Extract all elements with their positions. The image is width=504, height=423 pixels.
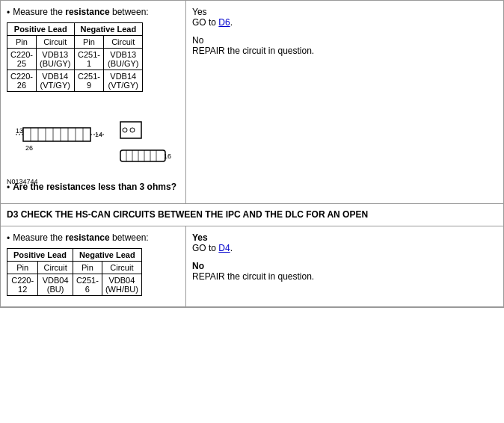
col-circuit-2: Circuit xyxy=(104,36,143,49)
bullet-2: • xyxy=(7,233,10,244)
col-pin-1: Pin xyxy=(7,36,37,49)
section-2-right: Yes GO to D4. No REPAIR the circuit in q… xyxy=(186,226,503,306)
diagram-label-1: N0134744 xyxy=(7,178,179,185)
negative-lead-header-1: Negative Lead xyxy=(74,23,143,36)
section-d3-header: D3 CHECK THE HS-CAN CIRCUITS BETWEEN THE… xyxy=(1,204,503,226)
row2-1-pos-pin: C220-12 xyxy=(7,274,38,295)
svg-rect-14 xyxy=(120,122,141,138)
bullet-1: • xyxy=(7,7,10,18)
col2-circuit-2: Circuit xyxy=(102,261,141,274)
row1-pos-pin: C220-25 xyxy=(7,49,37,70)
yes-response-1: Yes GO to D6. xyxy=(192,7,497,28)
svg-point-16 xyxy=(130,128,135,132)
no-response-2: No REPAIR the circuit in question. xyxy=(192,261,497,282)
yes-link-1[interactable]: D6 xyxy=(218,17,230,28)
row2-neg-pin: C251-9 xyxy=(74,70,104,92)
connector-diagram-1: 13 26 14 xyxy=(7,99,179,174)
svg-rect-17 xyxy=(120,150,165,161)
measure-instruction-2: • Measure the resistance between: xyxy=(7,232,179,244)
row2-1-neg-circuit: VDB04(WH/BU) xyxy=(102,274,141,295)
section-1-left: • Measure the resistance between: Positi… xyxy=(1,1,186,203)
col2-circuit-1: Circuit xyxy=(38,261,73,274)
col-circuit-1: Circuit xyxy=(36,36,74,49)
yes-label-1: Yes xyxy=(192,7,497,17)
no-action-1: REPAIR the circuit in question. xyxy=(192,46,497,56)
section-1: • Measure the resistance between: Positi… xyxy=(1,1,503,204)
row2-1-pos-circuit: VDB04(BU) xyxy=(38,274,73,295)
yes-link-2[interactable]: D4 xyxy=(218,243,230,253)
row2-1-neg-pin: C251-6 xyxy=(73,274,102,295)
yes-action-2: GO to D4. xyxy=(192,243,497,253)
svg-text:14: 14 xyxy=(95,131,102,138)
svg-point-15 xyxy=(123,128,127,132)
yes-label-2: Yes xyxy=(192,232,497,243)
positive-lead-header-1: Positive Lead xyxy=(7,23,75,36)
negative-lead-header-2: Negative Lead xyxy=(73,248,141,261)
svg-rect-1 xyxy=(23,128,90,141)
resistance-table-1: Positive Lead Negative Lead Pin Circuit … xyxy=(7,22,143,92)
col-pin-2: Pin xyxy=(74,36,104,49)
measure-text-2: Measure the resistance between: xyxy=(13,232,148,243)
no-action-2: REPAIR the circuit in question. xyxy=(192,271,497,282)
svg-text:16: 16 xyxy=(164,152,171,160)
section-2: • Measure the resistance between: Positi… xyxy=(1,226,503,307)
col2-pin-1: Pin xyxy=(7,261,38,274)
col2-pin-2: Pin xyxy=(73,261,102,274)
row1-neg-pin: C251-1 xyxy=(74,49,104,70)
section-1-right: Yes GO to D6. No REPAIR the circuit in q… xyxy=(186,1,503,203)
resistance-table-2: Positive Lead Negative Lead Pin Circuit … xyxy=(7,248,142,296)
positive-lead-header-2: Positive Lead xyxy=(7,248,73,261)
row2-pos-circuit: VDB14(VT/GY) xyxy=(36,70,74,92)
no-response-1: No REPAIR the circuit in question. xyxy=(192,35,497,56)
yes-action-1: GO to D6. xyxy=(192,17,497,28)
measure-instruction-1: • Measure the resistance between: xyxy=(7,7,179,18)
row2-neg-circuit: VDB14(VT/GY) xyxy=(104,70,143,92)
svg-text:13: 13 xyxy=(16,127,23,135)
row1-neg-circuit: VDB13(BU/GY) xyxy=(104,49,143,70)
measure-text-1: Measure the resistance between: xyxy=(13,7,148,17)
page-container: • Measure the resistance between: Positi… xyxy=(0,0,504,308)
no-label-2: No xyxy=(192,261,497,271)
svg-text:26: 26 xyxy=(25,144,33,152)
yes-response-2: Yes GO to D4. xyxy=(192,232,497,253)
row1-pos-circuit: VDB13(BU/GY) xyxy=(36,49,74,70)
row2-pos-pin: C220-26 xyxy=(7,70,37,92)
no-label-1: No xyxy=(192,35,497,46)
diagram-svg-1: 13 26 14 xyxy=(7,99,171,174)
section-2-left: • Measure the resistance between: Positi… xyxy=(1,226,186,306)
